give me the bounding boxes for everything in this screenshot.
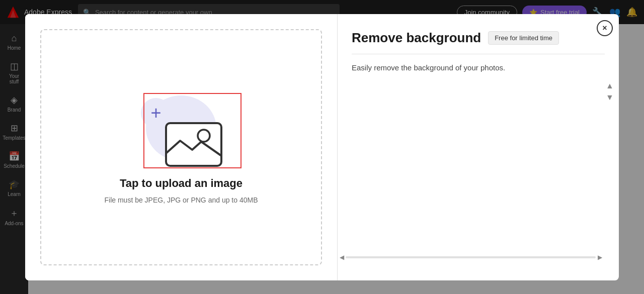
horizontal-scrollbar[interactable]: ◀ ▶ <box>338 254 604 260</box>
upload-title: Tap to upload an image <box>120 177 243 190</box>
modal-dialog: × + <box>25 14 619 280</box>
modal-title: Remove background <box>352 30 481 46</box>
scroll-down-arrow[interactable]: ▼ <box>606 93 614 102</box>
scroll-up-arrow[interactable]: ▲ <box>606 82 614 90</box>
upload-drop-zone[interactable]: + Tap to upload an image File must be JP… <box>40 29 322 265</box>
scroll-track[interactable] <box>346 256 596 258</box>
modal-overlay[interactable]: × + <box>0 0 644 294</box>
modal-info-panel: Remove background Free for limited time … <box>338 14 619 280</box>
modal-description: Easily remove the background of your pho… <box>352 62 605 74</box>
upload-icon-wrapper: + <box>131 90 231 171</box>
modal-close-button[interactable]: × <box>597 20 613 36</box>
scroll-left-arrow[interactable]: ◀ <box>338 253 346 261</box>
modal-separator <box>352 54 605 54</box>
free-badge: Free for limited time <box>488 31 559 45</box>
modal-upload-panel: + Tap to upload an image File must be JP… <box>25 14 337 280</box>
upload-image-icon <box>161 116 226 171</box>
modal-header: Remove background Free for limited time <box>352 30 605 46</box>
plus-symbol: + <box>150 104 161 122</box>
scroll-right-arrow[interactable]: ▶ <box>596 253 604 261</box>
upload-subtitle: File must be JPEG, JPG or PNG and up to … <box>104 196 258 204</box>
svg-rect-2 <box>166 123 221 166</box>
